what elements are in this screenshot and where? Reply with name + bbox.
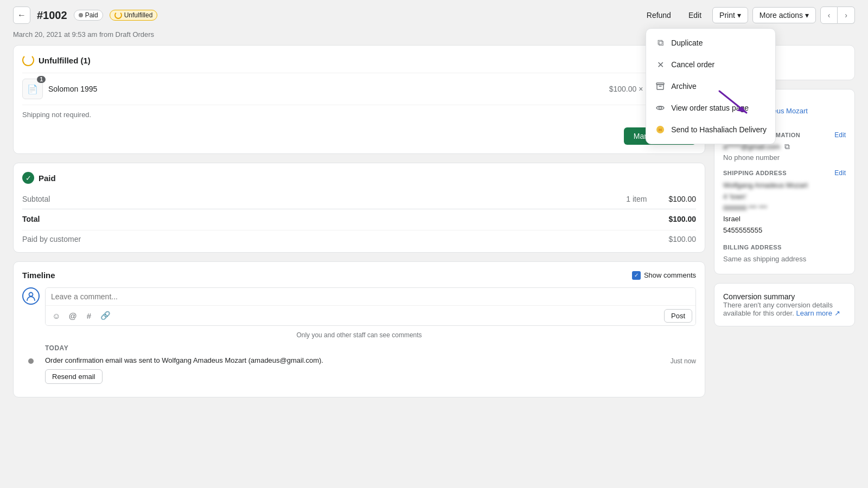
print-button[interactable]: Print ▾ [712, 7, 748, 23]
contact-edit-link[interactable]: Edit [834, 131, 846, 139]
refund-button[interactable]: Refund [640, 8, 678, 23]
show-comments-checkbox[interactable]: ✓ [632, 271, 641, 280]
address-line1: Wolfgang Amadeus Mozart [723, 180, 846, 191]
hashtag-icon[interactable]: # [81, 308, 97, 323]
shipping-address-label: SHIPPING ADDRESS Edit [723, 169, 846, 177]
timeline-header: Timeline ✓ Show comments [22, 271, 696, 280]
total-label: Total [22, 215, 40, 223]
copy-email-icon[interactable]: ⧉ [784, 142, 790, 151]
paid-header: ✓ Paid [22, 172, 696, 184]
duplicate-menu-item[interactable]: ⧉ Duplicate [646, 32, 775, 54]
shipping-note: Shipping not required. [22, 105, 696, 122]
billing-address-label: BILLING ADDRESS [723, 244, 846, 251]
timeline-dot-column [22, 356, 40, 364]
unfulfilled-card: Unfulfilled (1) 📄 1 Solomon 1995 $100.00… [13, 45, 705, 154]
timeline-title: Timeline [22, 271, 55, 280]
unfulfilled-badge: Unfulfilled [110, 10, 158, 21]
item-name: Solomon 1995 [48, 85, 604, 93]
more-actions-dropdown: ⧉ Duplicate ✕ Cancel order Archive [646, 28, 776, 144]
conversion-text: There aren't any conversion details avai… [723, 301, 846, 317]
address-line3: 000000 *** *** [723, 203, 846, 214]
subtotal-value: $100.00 [668, 195, 696, 203]
shipping-edit-link[interactable]: Edit [834, 169, 846, 177]
comment-toolbar: ☺ @ # 🔗 Post [46, 305, 695, 325]
svg-point-0 [29, 293, 33, 297]
timeline-card: Timeline ✓ Show comments [13, 261, 705, 397]
paid-title: Paid [39, 174, 56, 183]
unfulfilled-badge-icon [114, 11, 122, 19]
unfulfilled-header: Unfulfilled (1) [22, 54, 696, 66]
contact-phone-row: No phone number [723, 153, 846, 162]
paid-card: ✓ Paid Subtotal 1 item $100.00 Total $10… [13, 163, 705, 253]
unfulfilled-title: Unfulfilled (1) [39, 56, 91, 65]
address-country: Israel [723, 214, 846, 225]
next-order-button[interactable]: › [838, 7, 855, 24]
total-row: Total $100.00 [22, 209, 696, 227]
emoji-icon[interactable]: ☺ [49, 308, 64, 323]
item-file-icon: 📄 [27, 84, 38, 94]
paid-badge: Paid [74, 10, 103, 21]
duplicate-label: Duplicate [671, 38, 703, 47]
archive-label: Archive [671, 82, 697, 91]
timeline-event: Order confirmation email was sent to Wol… [22, 356, 696, 384]
mention-icon[interactable]: @ [65, 308, 80, 323]
send-hashaliach-label: Send to Hashaliach Delivery [671, 125, 767, 134]
view-status-menu-item[interactable]: View order status page [646, 97, 775, 119]
unfulfilled-status-icon [22, 54, 34, 66]
timeline-dot [28, 358, 34, 364]
item-price: $100.00 × 1 [609, 85, 649, 93]
comment-input[interactable] [46, 288, 695, 305]
total-value: $100.00 [668, 215, 696, 223]
cancel-icon: ✕ [655, 59, 666, 70]
shipping-address: Wolfgang Amadeus Mozart 4 'town' 000000 … [723, 180, 846, 236]
paid-by-label: Paid by customer [22, 235, 81, 243]
more-actions-chevron-icon: ▾ [805, 11, 809, 20]
send-hashaliach-menu-item[interactable]: H Send to Hashaliach Delivery [646, 119, 775, 140]
comment-privacy-note: Only you and other staff can see comment… [22, 331, 696, 339]
attachment-icon[interactable]: 🔗 [98, 308, 113, 323]
subtotal-row: Subtotal 1 item $100.00 [22, 191, 696, 207]
svg-text:H: H [659, 127, 662, 132]
conversion-summary-card: Conversion summary There aren't any conv… [714, 283, 855, 326]
conversion-title: Conversion summary [723, 292, 846, 301]
view-status-label: View order status page [671, 104, 749, 112]
resend-email-button[interactable]: Resend email [45, 369, 103, 384]
paid-by-value: $100.00 [668, 235, 696, 243]
timeline-event-text: Order confirmation email was sent to Wol… [45, 356, 671, 364]
billing-address: Same as shipping address [723, 254, 846, 265]
edit-button[interactable]: Edit [682, 8, 708, 23]
prev-order-button[interactable]: ‹ [820, 7, 838, 24]
payment-rows: Subtotal 1 item $100.00 Total $100.00 Pa… [22, 191, 696, 243]
svg-point-2 [659, 107, 662, 110]
show-comments-toggle[interactable]: ✓ Show comments [632, 271, 696, 280]
no-phone-text: No phone number [723, 153, 780, 162]
top-bar: ← #1002 Paid Unfulfilled Refund Edit Pri… [0, 0, 868, 30]
hashaliach-icon: H [655, 124, 666, 135]
show-comments-label: Show comments [644, 271, 696, 279]
print-chevron-icon: ▾ [737, 11, 741, 20]
order-item-row: 📄 1 Solomon 1995 $100.00 × 1 $100.00 [22, 73, 696, 105]
order-number: #1002 [37, 9, 67, 22]
top-bar-actions: Refund Edit Print ▾ More actions ▾ ‹ › [640, 7, 855, 24]
duplicate-icon: ⧉ [655, 37, 666, 48]
more-actions-button[interactable]: More actions ▾ [752, 7, 816, 23]
post-button[interactable]: Post [664, 309, 692, 323]
item-quantity-badge: 1 [37, 76, 46, 83]
comment-input-box: ☺ @ # 🔗 Post [45, 287, 696, 326]
comment-input-area: ☺ @ # 🔗 Post [22, 287, 696, 326]
back-button[interactable]: ← [13, 7, 30, 24]
timeline-event-content: Order confirmation email was sent to Wol… [45, 356, 696, 384]
subtotal-label: Subtotal [22, 195, 50, 203]
timeline-today-label: TODAY [45, 344, 696, 352]
user-avatar [22, 287, 40, 305]
learn-more-link[interactable]: Learn more ↗ [796, 309, 840, 317]
view-icon [655, 102, 666, 113]
cancel-label: Cancel order [671, 60, 714, 69]
nav-arrows: ‹ › [820, 7, 855, 24]
address-line2: 4 'town' [723, 191, 846, 203]
cancel-order-menu-item[interactable]: ✕ Cancel order [646, 54, 775, 75]
subtotal-items: 1 item [626, 195, 647, 203]
archive-menu-item[interactable]: Archive [646, 75, 775, 97]
address-phone: 5455555555 [723, 225, 846, 236]
item-thumbnail: 📄 1 [22, 79, 43, 99]
